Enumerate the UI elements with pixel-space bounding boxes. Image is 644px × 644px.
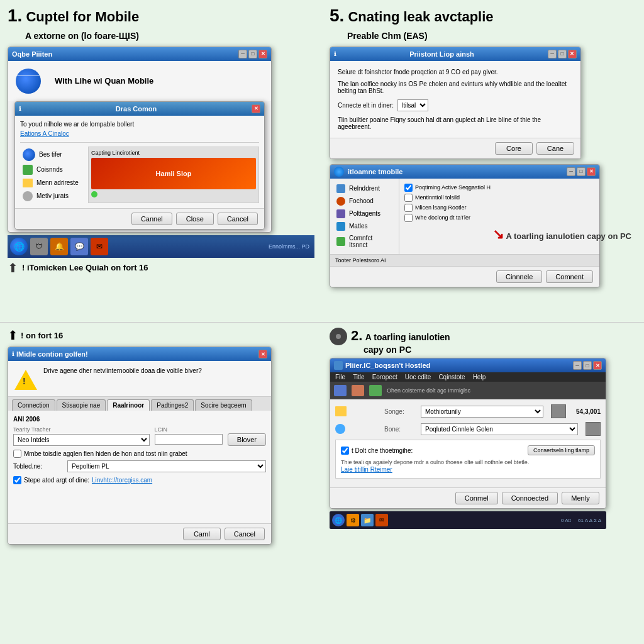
step5-close-btn[interactable]: Core xyxy=(495,142,533,155)
warning-titlebar-btns: ✕ xyxy=(258,350,267,358)
songe-browse-btn[interactable] xyxy=(551,404,566,418)
sidebar-bes[interactable]: Bes tifer xyxy=(20,147,83,163)
wmp-toolbar-icon3[interactable] xyxy=(369,385,382,396)
nw-btn2[interactable]: Comnent xyxy=(546,270,593,283)
step5-body: Seiure dt foinshctor fnode proqction at … xyxy=(330,61,580,138)
wmp-connect-btn[interactable]: Connoected xyxy=(502,492,558,504)
tabledinee-select[interactable]: Pepoltiem PL xyxy=(67,460,266,472)
menu-help[interactable]: Help xyxy=(473,374,486,380)
wmp-tb-icon3[interactable]: 📁 xyxy=(361,514,374,526)
nw-checkbox4[interactable] xyxy=(404,214,413,222)
wmp-tb-icon1[interactable]: 🌐 xyxy=(332,514,345,526)
wmp-tb-icon2[interactable]: ⚙ xyxy=(347,514,359,526)
checkbox-url[interactable] xyxy=(13,476,21,484)
tab-stisao[interactable]: Stisaopie nae xyxy=(57,399,106,411)
close-btn[interactable]: ✕ xyxy=(258,50,267,58)
dropdown1-select[interactable]: Neo Intdels xyxy=(13,434,150,446)
wmp-left-icons xyxy=(335,406,379,416)
step5-label: 5. Cnating leak avctaplie Preable Chm (E… xyxy=(330,5,636,43)
wmp-link[interactable]: Laie titillin Rteimer xyxy=(341,466,392,473)
sidebar-metiv[interactable]: Metiv jurats xyxy=(20,189,83,203)
w-close-btn[interactable]: ✕ xyxy=(258,350,267,358)
wmp-footer: Conmel Connoected Menly xyxy=(330,487,606,508)
nw-comnfct[interactable]: Comnfct Itsnnct xyxy=(334,233,395,250)
consertselm-btn[interactable]: Consertseln ling tlamp xyxy=(528,445,595,455)
wmp-next-btn[interactable]: Menly xyxy=(562,492,599,504)
minimize-btn[interactable]: ─ xyxy=(238,50,247,58)
wmp-tb-icon4[interactable]: ✉ xyxy=(375,514,388,526)
tab-padting[interactable]: Padtinges2 xyxy=(151,399,194,411)
dropdown-select[interactable]: ltilsal xyxy=(397,99,428,111)
disc-hole xyxy=(336,334,341,339)
taskbar-icon-4[interactable]: 💬 xyxy=(70,238,88,255)
nw-polt[interactable]: Polttagents xyxy=(334,208,395,220)
inner-dialog-link[interactable]: Eations A Cinaloc xyxy=(20,130,69,137)
nw-icon4 xyxy=(336,222,345,231)
step5-cancel-btn[interactable]: Cane xyxy=(536,142,574,155)
lcin-input[interactable] xyxy=(155,434,223,445)
cancel2-btn[interactable]: Cancel xyxy=(218,213,258,225)
nw-checkbox3[interactable] xyxy=(404,204,413,212)
menu-title[interactable]: Title xyxy=(353,374,365,380)
tab-connection[interactable]: Connection xyxy=(12,399,55,411)
wmp-cancel-btn[interactable]: Conmel xyxy=(455,492,498,504)
nw-fochood[interactable]: Fochood xyxy=(334,195,395,208)
nw-min[interactable]: ─ xyxy=(567,167,575,176)
inner-dialog-titlebar: ℹ Dras Comon ✕ xyxy=(15,102,264,116)
wmp-max[interactable]: □ xyxy=(583,361,592,370)
wmp-toolbar-icon1[interactable] xyxy=(334,385,347,396)
ani-year: ANI 2006 xyxy=(13,416,266,423)
menu-uoc[interactable]: Uoc cdite xyxy=(405,374,431,380)
left-panel: Bes tifer Coisnnds Menn adrireste xyxy=(20,147,83,203)
checkbox-main[interactable] xyxy=(13,450,21,458)
wmp-check1[interactable] xyxy=(341,447,349,455)
sidebar-menn[interactable]: Menn adrireste xyxy=(20,177,83,189)
cannel-btn[interactable]: Cannel xyxy=(131,213,172,225)
tab-raalrinoor[interactable]: Raalrinoor xyxy=(107,399,150,411)
green-dot xyxy=(91,191,97,197)
caml-btn[interactable]: Caml xyxy=(183,528,221,540)
wmp-toolbar: Ohen coisteme dolt agc Imrniglsc xyxy=(330,382,606,399)
s5-close[interactable]: ✕ xyxy=(568,50,577,58)
right-panel-title: Capting Lincirotient xyxy=(91,150,256,156)
step5-titlebar-btns: ─ □ ✕ xyxy=(548,50,577,58)
outer-dialog-title-text: With Lihe wi Quan Mobile xyxy=(55,76,153,86)
bone-select[interactable]: Poqluted Cinnlele Golen xyxy=(421,423,578,435)
toolbar-label: Ohen coisteme dolt agc Imrniglsc xyxy=(387,387,470,394)
wmp-close[interactable]: ✕ xyxy=(593,361,602,370)
taskbar-icon-5[interactable]: ✉ xyxy=(91,238,108,255)
taskbar-icon-3[interactable]: 🔔 xyxy=(50,238,68,255)
nw-max[interactable]: □ xyxy=(577,167,586,176)
tab-socire[interactable]: Socire beqceem xyxy=(195,399,252,411)
close-inner-btn[interactable]: Close xyxy=(176,213,214,225)
nw-close[interactable]: ✕ xyxy=(587,167,596,176)
step1-annotation: ⬆ ! iTomicken Lee Quiah on fort 16 xyxy=(8,260,314,275)
inner-close-btn[interactable]: ✕ xyxy=(252,104,260,113)
q2-annotation: ↘ A toarling ianulotien capy on PC xyxy=(492,226,631,243)
nw-btn1[interactable]: Cinnnele xyxy=(496,270,542,283)
s5-min[interactable]: ─ xyxy=(548,50,557,58)
globe-icon xyxy=(16,69,41,94)
warning-triangle: ! xyxy=(14,370,37,390)
nw-checkbox1[interactable] xyxy=(404,184,413,192)
taskbar-icon-2[interactable]: 🛡 xyxy=(30,238,48,255)
taskbar-icon-1[interactable]: 🌐 xyxy=(10,238,28,255)
wmp-min[interactable]: ─ xyxy=(573,361,582,370)
menu-eorop[interactable]: Eoropect xyxy=(372,374,397,380)
bone-browse-btn[interactable] xyxy=(586,422,601,436)
sidebar-cois[interactable]: Coisnnds xyxy=(20,163,83,177)
cancel-dialog-btn[interactable]: Cancel xyxy=(225,528,265,540)
menu-cqins[interactable]: Cqinstote xyxy=(438,374,465,380)
songe-select[interactable]: Mothiortunily xyxy=(421,406,543,418)
maximize-btn[interactable]: □ xyxy=(248,50,257,58)
wmp-toolbar-icon2[interactable] xyxy=(352,385,364,396)
menu-file[interactable]: File xyxy=(335,374,345,380)
save-btn[interactable]: Blover xyxy=(228,433,266,446)
warning-footer: Caml Cancel xyxy=(8,523,271,544)
nw-matles[interactable]: Matles xyxy=(334,220,395,233)
nw-relnddrent[interactable]: Relnddrent xyxy=(334,182,395,195)
s5-max[interactable]: □ xyxy=(558,50,567,58)
step2-annotation: 2. A toarling ianulotien capy on PC xyxy=(330,328,636,355)
url-link[interactable]: Linvhtc://torcgiss.cam xyxy=(92,477,152,484)
nw-checkbox2[interactable] xyxy=(404,194,413,202)
